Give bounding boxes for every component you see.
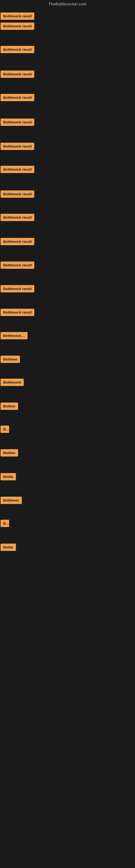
bottleneck-badge-17[interactable]: Bottleneck bbox=[1, 379, 24, 386]
bottleneck-badge-13[interactable]: Bottleneck result bbox=[1, 285, 34, 292]
bottleneck-badge-14[interactable]: Bottleneck result bbox=[1, 309, 34, 316]
bottleneck-badge-8[interactable]: Bottleneck result bbox=[1, 166, 34, 173]
bottleneck-badge-5[interactable]: Bottleneck result bbox=[1, 94, 34, 101]
bottleneck-badge-7[interactable]: Bottleneck result bbox=[1, 143, 34, 150]
bottleneck-badge-19[interactable]: Bo bbox=[1, 426, 9, 433]
bottleneck-badge-10[interactable]: Bottleneck result bbox=[1, 214, 34, 221]
bottleneck-badge-1[interactable]: Bottleneck result bbox=[1, 12, 34, 20]
bottleneck-badge-3[interactable]: Bottleneck result bbox=[1, 46, 34, 53]
bottleneck-badge-24[interactable]: Bottle bbox=[1, 544, 16, 551]
bottleneck-badge-9[interactable]: Bottleneck result bbox=[1, 190, 34, 198]
bottleneck-badge-6[interactable]: Bottleneck result bbox=[1, 119, 34, 126]
bottleneck-badge-11[interactable]: Bottleneck result bbox=[1, 238, 34, 245]
bottleneck-badge-23[interactable]: Bo bbox=[1, 520, 9, 527]
bottleneck-badge-12[interactable]: Bottleneck result bbox=[1, 261, 34, 269]
bottleneck-badge-15[interactable]: Bottleneck re bbox=[1, 332, 28, 339]
site-title-container: TheBottlenecker.com bbox=[0, 0, 135, 7]
bottleneck-badge-22[interactable]: Bottlenec bbox=[1, 497, 22, 504]
site-title: TheBottlenecker.com bbox=[48, 0, 86, 7]
bottleneck-badge-18[interactable]: Bottlen bbox=[1, 403, 18, 410]
badges-container: Bottleneck resultBottleneck resultBottle… bbox=[0, 7, 135, 577]
bottleneck-badge-21[interactable]: Bottle bbox=[1, 473, 16, 480]
bottleneck-badge-16[interactable]: Bottlene bbox=[1, 355, 20, 363]
bottleneck-badge-20[interactable]: Bottlen bbox=[1, 449, 18, 457]
bottleneck-badge-4[interactable]: Bottleneck result bbox=[1, 70, 34, 78]
bottleneck-badge-2[interactable]: Bottleneck result bbox=[1, 23, 34, 30]
